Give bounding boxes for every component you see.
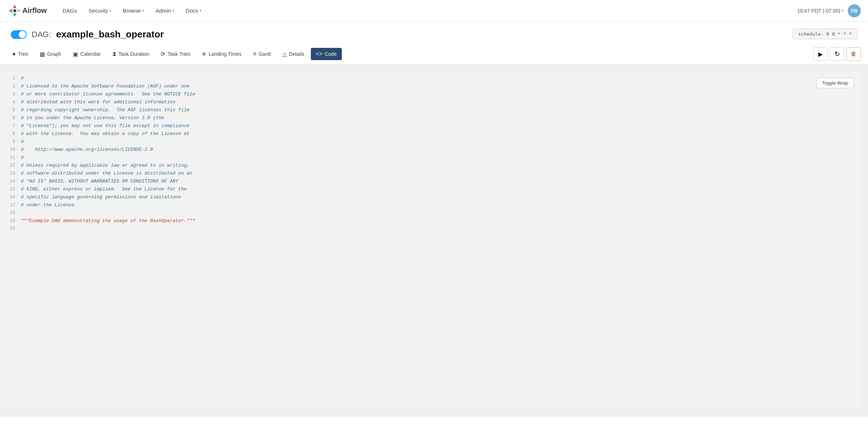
- svg-marker-1: [17, 9, 21, 12]
- code-line: 1#: [0, 76, 861, 84]
- line-code: # or more contributor license agreements…: [21, 91, 195, 97]
- chevron-down-icon: ▾: [109, 9, 111, 13]
- code-line: 2# Licensed to the Apache Software Found…: [0, 84, 861, 91]
- line-code: # under the License.: [21, 202, 77, 208]
- nav-admin[interactable]: Admin ▾: [151, 5, 179, 17]
- nav-dags[interactable]: DAGs: [58, 5, 82, 17]
- nav-browse[interactable]: Browse ▾: [118, 5, 149, 17]
- code-line: 10# http://www.apache.org/licenses/LICEN…: [0, 147, 861, 155]
- line-code: #: [21, 139, 24, 144]
- line-code: #: [21, 76, 24, 81]
- tab-gantt[interactable]: ≡ Gantt: [248, 48, 276, 60]
- line-number: 18: [4, 210, 15, 215]
- tab-tree[interactable]: ● Tree: [7, 48, 33, 60]
- main-nav: DAGs Security ▾ Browse ▾ Admin ▾ Docs ▾: [58, 5, 797, 17]
- line-number: 3: [4, 92, 15, 97]
- svg-point-4: [13, 9, 16, 12]
- line-code: # software distributed under the License…: [21, 171, 192, 176]
- code-line: 17# under the License.: [0, 202, 861, 210]
- code-block: Toggle Wrap 1#2# Licensed to the Apache …: [0, 72, 861, 410]
- line-number: 8: [4, 131, 15, 136]
- details-icon: △: [282, 51, 287, 58]
- dag-label: DAG:: [32, 30, 51, 39]
- nav-security[interactable]: Security ▾: [84, 5, 116, 17]
- line-number: 6: [4, 116, 15, 121]
- tab-calendar[interactable]: ▣ Calendar: [68, 48, 106, 60]
- airflow-logo-icon: [7, 3, 22, 18]
- code-line: 8# with the License. You may obtain a co…: [0, 131, 861, 139]
- chevron-down-icon: ▾: [200, 9, 201, 13]
- trash-icon: 🗑: [851, 51, 856, 57]
- line-code: # "License"); you may not use this file …: [21, 123, 189, 128]
- svg-marker-2: [13, 13, 17, 17]
- line-number: 9: [4, 139, 15, 144]
- line-code: # http://www.apache.org/licenses/LICENSE…: [21, 147, 153, 152]
- line-code: # regarding copyright ownership. The ASF…: [21, 107, 189, 113]
- line-number: 13: [4, 171, 15, 176]
- code-line: 15# KIND, either express or implied. See…: [0, 186, 861, 194]
- code-line: 4# distributed with this work for additi…: [0, 99, 861, 107]
- code-line: 3# or more contributor license agreement…: [0, 91, 861, 99]
- code-line: 13# software distributed under the Licen…: [0, 171, 861, 179]
- gantt-icon: ≡: [253, 51, 256, 57]
- line-code: # distributed with this work for additio…: [21, 99, 175, 105]
- line-code: #: [21, 155, 24, 160]
- line-number: 14: [4, 179, 15, 184]
- tab-task-tries[interactable]: ⟳ Task Tries: [156, 48, 195, 60]
- chevron-down-icon: ▾: [142, 9, 144, 13]
- line-code: # Licensed to the Apache Software Founda…: [21, 84, 189, 89]
- code-line: 18: [0, 210, 861, 218]
- tabs-actions: ▶ ↻ 🗑: [813, 47, 861, 61]
- dag-title-row: DAG: example_bash_operator: [11, 29, 164, 40]
- tab-code[interactable]: <> Code: [311, 48, 342, 60]
- code-line: 12# Unless required by applicable law or…: [0, 163, 861, 171]
- brand-logo[interactable]: Airflow: [7, 3, 47, 18]
- line-code: # Unless required by applicable law or a…: [21, 163, 189, 168]
- line-number: 19: [4, 218, 15, 224]
- tabs-bar: ● Tree ▦ Graph ▣ Calendar ⧗ Task Duratio…: [0, 44, 868, 65]
- tab-task-duration[interactable]: ⧗ Task Duration: [107, 48, 155, 60]
- dag-toggle[interactable]: [11, 30, 27, 39]
- line-number: 5: [4, 108, 15, 113]
- line-number: 7: [4, 123, 15, 128]
- graph-icon: ▦: [40, 51, 45, 58]
- run-button[interactable]: ▶: [813, 47, 828, 61]
- code-line: 5# regarding copyright ownership. The AS…: [0, 107, 861, 115]
- code-line: 9#: [0, 139, 861, 147]
- code-line: 7# "License"); you may not use this file…: [0, 123, 861, 131]
- tab-graph[interactable]: ▦ Graph: [35, 48, 66, 60]
- line-number: 15: [4, 187, 15, 192]
- line-code: """Example DAG demonstrating the usage o…: [21, 218, 195, 224]
- dag-name: example_bash_operator: [56, 29, 164, 40]
- toggle-wrap-button[interactable]: Toggle Wrap: [816, 78, 854, 88]
- nav-docs[interactable]: Docs ▾: [181, 5, 206, 17]
- refresh-icon: ↻: [835, 50, 840, 58]
- navbar-right: 10:47 PDT (-07:00) ▾ FB: [797, 4, 861, 17]
- line-code: # "AS IS" BASIS, WITHOUT WARRANTIES OR C…: [21, 179, 178, 184]
- code-line: 20: [0, 226, 861, 234]
- calendar-icon: ▣: [73, 51, 78, 58]
- schedule-badge: schedule: 0 0 * * *: [793, 29, 857, 39]
- svg-marker-0: [13, 5, 17, 9]
- line-number: 20: [4, 226, 15, 231]
- line-number: 12: [4, 163, 15, 168]
- brand-name: Airflow: [22, 6, 47, 15]
- delete-button[interactable]: 🗑: [846, 47, 861, 61]
- landing-times-icon: ✈: [202, 51, 206, 58]
- code-icon: <>: [316, 51, 323, 57]
- line-code: # specific language governing permission…: [21, 194, 181, 200]
- user-avatar[interactable]: FB: [848, 4, 861, 17]
- refresh-button[interactable]: ↻: [830, 47, 844, 61]
- line-code: # with the License. You may obtain a cop…: [21, 131, 189, 136]
- task-duration-icon: ⧗: [112, 51, 116, 57]
- code-line: 6# to you under the Apache License, Vers…: [0, 115, 861, 123]
- chevron-down-icon: ▾: [173, 9, 174, 13]
- tab-details[interactable]: △ Details: [277, 48, 309, 60]
- tree-icon: ●: [12, 51, 16, 57]
- code-line: 11#: [0, 155, 861, 163]
- code-container: Toggle Wrap 1#2# Licensed to the Apache …: [0, 65, 868, 417]
- current-time[interactable]: 10:47 PDT (-07:00) ▾: [797, 8, 844, 14]
- tab-landing-times[interactable]: ✈ Landing Times: [197, 48, 246, 60]
- navbar: Airflow DAGs Security ▾ Browse ▾ Admin ▾…: [0, 0, 868, 22]
- code-line: 16# specific language governing permissi…: [0, 194, 861, 202]
